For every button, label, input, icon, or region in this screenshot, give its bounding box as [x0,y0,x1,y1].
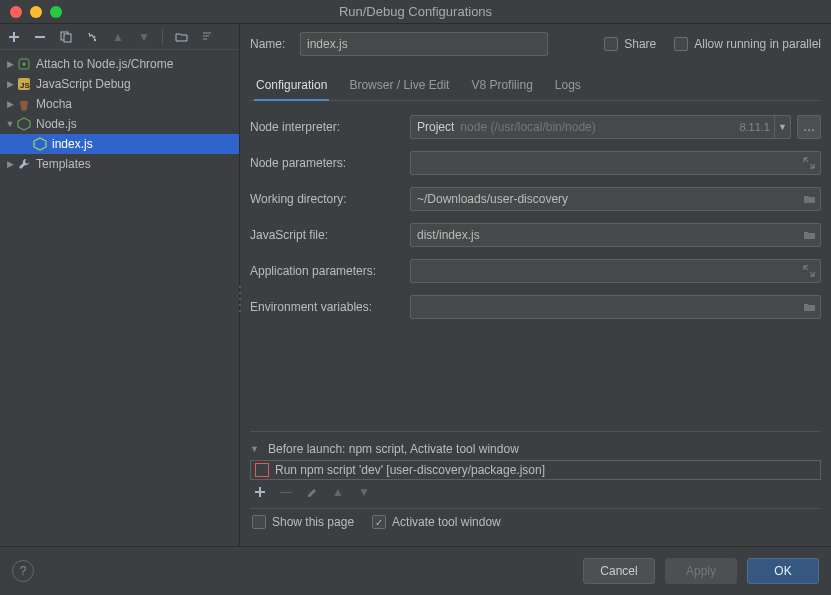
split-handle-icon[interactable] [237,284,243,314]
svg-point-3 [94,38,96,40]
workdir-label: Working directory: [250,192,410,206]
jsfile-field[interactable] [411,228,798,242]
configurations-sidebar: ▲ ▼ ▶ Attach to Node.js/Chrome ▶ JS [0,24,240,546]
env-vars-label: Environment variables: [250,300,410,314]
name-label: Name: [250,37,300,51]
tree-item-mocha[interactable]: ▶ Mocha [0,94,239,114]
tab-browser-live-edit[interactable]: Browser / Live Edit [349,72,449,100]
folder-icon[interactable] [798,188,820,210]
edit-task-icon[interactable] [304,484,320,500]
parallel-label: Allow running in parallel [694,37,821,51]
apply-button[interactable]: Apply [665,558,737,584]
chevron-right-icon: ▶ [4,99,16,109]
activate-tool-label: Activate tool window [392,515,501,529]
svg-point-5 [23,63,26,66]
move-down-task-icon[interactable]: ▼ [356,484,372,500]
chevron-right-icon: ▶ [4,59,16,69]
main-panel: Name: Share Allow running in parallel Co… [240,24,831,546]
cancel-button[interactable]: Cancel [583,558,655,584]
tree-label: Attach to Node.js/Chrome [36,57,173,71]
folder-icon[interactable] [798,296,820,318]
jsfile-label: JavaScript file: [250,228,410,242]
move-up-task-icon[interactable]: ▲ [330,484,346,500]
node-interpreter-label: Node interpreter: [250,120,410,134]
remove-task-icon[interactable]: — [278,484,294,500]
tab-logs[interactable]: Logs [555,72,581,100]
tree-item-index-js[interactable]: index.js [0,134,239,154]
browse-interpreter-button[interactable]: … [797,115,821,139]
add-config-icon[interactable] [6,29,22,45]
chevron-down-icon: ▼ [4,119,16,129]
node-attach-icon [16,56,32,72]
tree-label: JavaScript Debug [36,77,131,91]
move-down-icon[interactable]: ▼ [136,29,152,45]
node-params-input[interactable] [410,151,821,175]
window-title: Run/Debug Configurations [0,4,831,19]
tab-configuration[interactable]: Configuration [256,72,327,100]
tab-bar: Configuration Browser / Live Edit V8 Pro… [250,72,821,101]
node-params-field[interactable] [411,156,798,170]
jsfile-input[interactable] [410,223,821,247]
add-task-icon[interactable] [252,484,268,500]
workdir-input[interactable] [410,187,821,211]
tree-label: Templates [36,157,91,171]
show-page-checkbox[interactable] [252,515,266,529]
interpreter-path: node (/usr/local/bin/node) [460,120,739,134]
move-up-icon[interactable]: ▲ [110,29,126,45]
before-launch-header[interactable]: ▼ Before launch: npm script, Activate to… [250,438,821,460]
tree-item-templates[interactable]: ▶ Templates [0,154,239,174]
tree-item-js-debug[interactable]: ▶ JS JavaScript Debug [0,74,239,94]
svg-marker-9 [34,138,46,150]
folder-config-icon[interactable] [173,29,189,45]
chevron-down-icon: ▼ [250,444,262,454]
mocha-icon [16,96,32,112]
interpreter-version: 8.11.1 [739,121,774,133]
npm-icon [255,463,269,477]
activate-tool-checkbox[interactable]: ✓ [372,515,386,529]
chevron-right-icon: ▶ [4,159,16,169]
node-file-icon [32,136,48,152]
separator [162,29,163,45]
share-label: Share [624,37,656,51]
node-interpreter-select[interactable]: Project node (/usr/local/bin/node) 8.11.… [410,115,791,139]
app-params-field[interactable] [411,264,798,278]
app-params-label: Application parameters: [250,264,410,278]
remove-config-icon[interactable] [32,29,48,45]
expand-icon[interactable] [798,260,820,282]
before-launch-item: Run npm script 'dev' [user-discovery/pac… [275,463,545,477]
folder-icon[interactable] [798,224,820,246]
chevron-down-icon[interactable]: ▼ [774,116,790,138]
parallel-checkbox[interactable] [674,37,688,51]
tree-label: Mocha [36,97,72,111]
node-icon [16,116,32,132]
svg-rect-2 [64,34,71,42]
before-launch-list[interactable]: Run npm script 'dev' [user-discovery/pac… [250,460,821,480]
env-vars-input[interactable] [410,295,821,319]
save-config-icon[interactable] [84,29,100,45]
wrench-icon [16,156,32,172]
app-params-input[interactable] [410,259,821,283]
tree-label: Node.js [36,117,77,131]
svg-rect-0 [35,36,45,38]
show-page-label: Show this page [272,515,354,529]
svg-marker-8 [18,118,30,130]
interpreter-prefix: Project [411,120,460,134]
help-button[interactable]: ? [12,560,34,582]
dialog-footer: ? Cancel Apply OK [0,546,831,594]
before-launch-toolbar: — ▲ ▼ [250,480,821,508]
svg-text:JS: JS [20,81,30,90]
copy-config-icon[interactable] [58,29,74,45]
name-input[interactable] [300,32,548,56]
tree-item-nodejs[interactable]: ▼ Node.js [0,114,239,134]
title-bar: Run/Debug Configurations [0,0,831,24]
chevron-right-icon: ▶ [4,79,16,89]
sort-config-icon[interactable] [199,29,215,45]
config-tree: ▶ Attach to Node.js/Chrome ▶ JS JavaScri… [0,50,239,546]
ok-button[interactable]: OK [747,558,819,584]
workdir-field[interactable] [411,192,798,206]
tab-v8-profiling[interactable]: V8 Profiling [471,72,532,100]
expand-icon[interactable] [798,152,820,174]
tree-item-attach-node[interactable]: ▶ Attach to Node.js/Chrome [0,54,239,74]
env-vars-field[interactable] [411,300,798,314]
share-checkbox[interactable] [604,37,618,51]
